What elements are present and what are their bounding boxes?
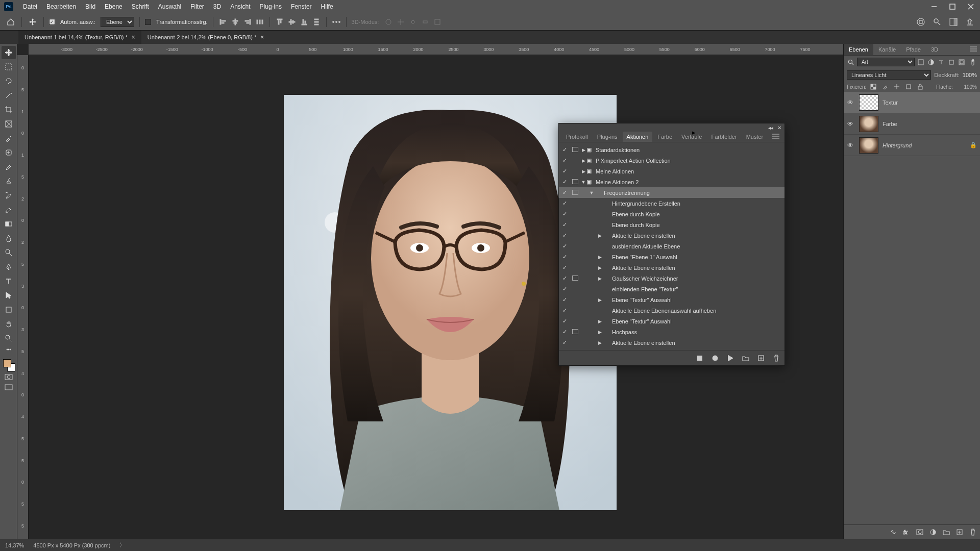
quick-mask-toggle[interactable] bbox=[3, 372, 14, 382]
layer-name[interactable]: Hintergrund bbox=[883, 142, 966, 148]
action-row[interactable]: ✓▶Gaußscher Weichzeichner bbox=[559, 273, 785, 284]
menu-bearbeiten[interactable]: Bearbeiten bbox=[42, 3, 81, 10]
action-row[interactable]: ✓▼Frequenztrennung bbox=[559, 187, 785, 198]
eyedropper-tool[interactable] bbox=[2, 132, 16, 145]
new-action-icon[interactable] bbox=[757, 354, 765, 362]
close-tab-icon[interactable]: × bbox=[132, 34, 135, 41]
action-dialog-toggle[interactable] bbox=[570, 147, 580, 153]
expand-icon[interactable]: ▶ bbox=[580, 158, 586, 163]
panel-titlebar[interactable]: ◂◂ ✕ bbox=[559, 123, 785, 132]
menu-auswahl[interactable]: Auswahl bbox=[154, 3, 186, 10]
action-enabled-check[interactable]: ✓ bbox=[559, 286, 570, 292]
action-row[interactable]: ✓▶Ebene "Textur" Auswahl bbox=[559, 294, 785, 305]
layer-style-icon[interactable]: fx bbox=[902, 528, 911, 536]
delete-layer-icon[interactable] bbox=[969, 528, 977, 536]
filter-type-icon[interactable] bbox=[937, 58, 945, 66]
action-row[interactable]: ✓Hintergrundebene Erstellen bbox=[559, 198, 785, 209]
menu-ebene[interactable]: Ebene bbox=[100, 3, 127, 10]
filter-smart-icon[interactable] bbox=[958, 58, 966, 66]
search-icon[interactable] bbox=[932, 17, 942, 27]
action-row[interactable]: ✓Aktuelle Ebene Ebenenauswahl aufheben bbox=[559, 305, 785, 316]
menu-filter[interactable]: Filter bbox=[186, 3, 209, 10]
align-v-center-icon[interactable] bbox=[287, 17, 297, 27]
layer-thumbnail[interactable] bbox=[859, 116, 878, 132]
panel-tab-plug-ins[interactable]: Plug-ins bbox=[593, 132, 622, 142]
lock-paint-icon[interactable] bbox=[880, 83, 890, 91]
blur-tool[interactable] bbox=[2, 232, 16, 245]
action-enabled-check[interactable]: ✓ bbox=[559, 339, 570, 346]
expand-icon[interactable]: ▼ bbox=[580, 180, 586, 185]
menu-fenster[interactable]: Fenster bbox=[286, 3, 316, 10]
filter-shape-icon[interactable] bbox=[947, 58, 955, 66]
action-enabled-check[interactable]: ✓ bbox=[559, 189, 570, 196]
panel-tab-protokoll[interactable]: Protokoll bbox=[562, 132, 592, 142]
fill-value[interactable]: 100% bbox=[964, 83, 977, 91]
panel-tab-farbe[interactable]: Farbe bbox=[653, 132, 676, 142]
doc-info-expand-icon[interactable]: 〉 bbox=[119, 541, 125, 549]
action-enabled-check[interactable]: ✓ bbox=[559, 179, 570, 185]
zoom-tool[interactable] bbox=[2, 332, 16, 345]
action-row[interactable]: ✓ausblenden Aktuelle Ebene bbox=[559, 241, 785, 252]
action-enabled-check[interactable]: ✓ bbox=[559, 168, 570, 174]
document-tab[interactable]: Unbenannt-2 bei 14,2% (Ebene 0, RGB/8) *… bbox=[141, 31, 270, 44]
layer-row[interactable]: 👁Farbe bbox=[844, 113, 980, 135]
opacity-value[interactable]: 100% bbox=[963, 72, 977, 78]
stop-record-icon[interactable] bbox=[696, 354, 704, 362]
distribute-h-icon[interactable] bbox=[255, 17, 264, 27]
menu-3d[interactable]: 3D bbox=[209, 3, 226, 10]
move-tool[interactable] bbox=[2, 46, 16, 59]
new-set-icon[interactable] bbox=[742, 354, 750, 362]
delete-icon[interactable] bbox=[772, 354, 780, 362]
action-enabled-check[interactable]: ✓ bbox=[559, 296, 570, 303]
lock-position-icon[interactable] bbox=[892, 83, 901, 91]
action-enabled-check[interactable]: ✓ bbox=[559, 211, 570, 217]
panel-tab-verlaufe[interactable]: Verlaufe bbox=[677, 132, 706, 142]
play-icon[interactable] bbox=[726, 354, 734, 362]
action-dialog-toggle[interactable] bbox=[570, 276, 580, 282]
maximize-button[interactable] bbox=[943, 0, 962, 13]
action-enabled-check[interactable]: ✓ bbox=[559, 254, 570, 260]
align-right-icon[interactable] bbox=[243, 17, 252, 27]
expand-icon[interactable]: ▶ bbox=[597, 319, 603, 324]
action-row[interactable]: ✓▶Ebene "Ebene 1" Auswahl bbox=[559, 252, 785, 262]
share-icon[interactable] bbox=[965, 17, 975, 27]
action-dialog-toggle[interactable] bbox=[570, 179, 580, 185]
action-row[interactable]: ✓▶▣Standardaktionen bbox=[559, 144, 785, 155]
layer-filter-select[interactable]: Art bbox=[857, 58, 915, 66]
canvas[interactable]: -3000-2500-2000-1500-1000-50005001000150… bbox=[17, 44, 843, 539]
action-enabled-check[interactable]: ✓ bbox=[559, 243, 570, 249]
rectangle-tool[interactable] bbox=[2, 303, 16, 316]
filter-adjustment-icon[interactable] bbox=[927, 58, 935, 66]
action-row[interactable]: ✓▶Aktuelle Ebene einstellen bbox=[559, 337, 785, 348]
gradient-tool[interactable] bbox=[2, 217, 16, 231]
screen-mode-toggle[interactable] bbox=[3, 383, 14, 392]
expand-icon[interactable]: ▼ bbox=[589, 190, 595, 195]
eraser-tool[interactable] bbox=[2, 203, 16, 216]
right-tab-pfade[interactable]: Pfade bbox=[901, 44, 926, 55]
action-enabled-check[interactable]: ✓ bbox=[559, 307, 570, 314]
action-enabled-check[interactable]: ✓ bbox=[559, 146, 570, 153]
action-row[interactable]: ✓▶Aktuelle Ebene einstellen bbox=[559, 262, 785, 273]
expand-icon[interactable]: ▶ bbox=[597, 255, 603, 260]
close-button[interactable] bbox=[962, 0, 980, 13]
brush-tool[interactable] bbox=[2, 160, 16, 173]
align-left-icon[interactable] bbox=[218, 17, 228, 27]
action-row[interactable]: ✓▼▣Meine Aktionen 2 bbox=[559, 177, 785, 187]
lock-trans-icon[interactable] bbox=[869, 83, 878, 91]
expand-icon[interactable]: ▶ bbox=[597, 265, 603, 270]
panel-tab-aktionen[interactable]: Aktionen bbox=[623, 132, 653, 142]
color-swatches[interactable] bbox=[2, 358, 15, 371]
align-top-icon[interactable] bbox=[275, 17, 284, 27]
menu-schrift[interactable]: Schrift bbox=[127, 3, 154, 10]
expand-icon[interactable]: ▶ bbox=[597, 330, 603, 335]
expand-icon[interactable]: ▶ bbox=[597, 233, 603, 238]
layer-visibility-icon[interactable]: 👁 bbox=[846, 99, 855, 106]
group-layers-icon[interactable] bbox=[942, 528, 950, 536]
filter-toggle-icon[interactable] bbox=[969, 58, 977, 66]
adjustment-layer-icon[interactable] bbox=[929, 528, 937, 536]
action-row[interactable]: ✓▶Hochpass bbox=[559, 327, 785, 337]
home-button[interactable] bbox=[5, 16, 16, 28]
marquee-tool[interactable] bbox=[2, 60, 16, 73]
layers-list[interactable]: 👁Textur👁Farbe👁Hintergrund🔒 bbox=[844, 92, 980, 524]
right-panel-menu-icon[interactable] bbox=[967, 44, 980, 55]
